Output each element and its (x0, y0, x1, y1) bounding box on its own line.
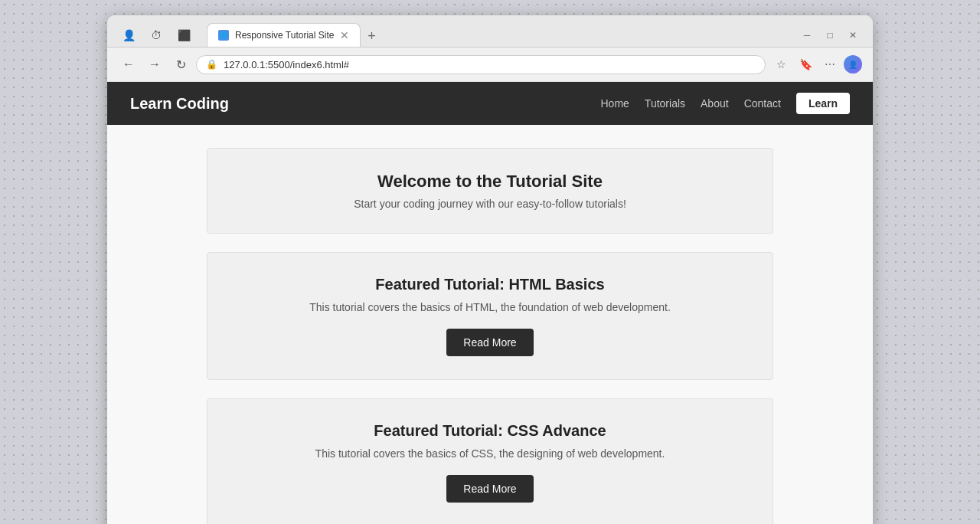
nav-learn-btn[interactable]: Learn (796, 93, 850, 114)
site-logo: Learn Coding (130, 95, 601, 113)
lock-icon: 🔒 (206, 59, 217, 70)
tutorial-title-html: Featured Tutorial: HTML Basics (223, 276, 757, 293)
read-more-css-btn[interactable]: Read More (446, 475, 533, 503)
close-btn[interactable]: ✕ (844, 26, 862, 44)
site-navbar: Learn Coding Home Tutorials About Contac… (107, 82, 873, 125)
maximize-btn[interactable]: □ (821, 26, 839, 44)
browser-titlebar: 👤 ⏱ ⬛ 🌐 Responsive Tutorial Site ✕ + ─ □… (107, 15, 873, 47)
tutorial-card-html: Featured Tutorial: HTML Basics This tuto… (207, 252, 773, 380)
more-btn[interactable]: ⋯ (819, 54, 841, 75)
address-bar[interactable]: 🔒 (196, 55, 766, 74)
tab-title: Responsive Tutorial Site (235, 30, 334, 41)
hero-card: Welcome to the Tutorial Site Start your … (207, 148, 773, 234)
forward-btn[interactable]: → (144, 54, 165, 75)
new-tab-btn[interactable]: + (361, 25, 382, 47)
read-more-html-btn[interactable]: Read More (446, 329, 533, 356)
url-input[interactable] (224, 59, 756, 70)
bookmark-btn[interactable]: 🔖 (795, 54, 816, 75)
history-icon-btn[interactable]: ⏱ (145, 25, 167, 46)
nav-links: Home Tutorials About Contact Learn (601, 93, 851, 114)
refresh-btn[interactable]: ↻ (170, 54, 191, 75)
nav-contact[interactable]: Contact (744, 97, 781, 110)
tab-close-btn[interactable]: ✕ (340, 29, 349, 41)
profile-avatar[interactable]: 👤 (844, 55, 862, 74)
window-controls: ─ □ ✕ (798, 26, 862, 44)
main-content: Welcome to the Tutorial Site Start your … (191, 125, 789, 524)
star-btn[interactable]: ☆ (770, 54, 792, 75)
tutorial-desc-css: This tutorial covers the basics of CSS, … (223, 447, 757, 460)
browser-window: 👤 ⏱ ⬛ 🌐 Responsive Tutorial Site ✕ + ─ □… (107, 15, 873, 524)
user-icon-btn[interactable]: 👤 (118, 25, 139, 46)
tutorial-title-css: Featured Tutorial: CSS Advance (223, 422, 757, 440)
nav-about[interactable]: About (701, 97, 729, 110)
tutorial-desc-html: This tutorial covers the basics of HTML,… (223, 301, 757, 313)
tabs-icon-btn[interactable]: ⬛ (173, 25, 194, 46)
hero-title: Welcome to the Tutorial Site (223, 172, 757, 192)
tab-favicon: 🌐 (218, 30, 229, 41)
hero-subtitle: Start your coding journey with our easy-… (223, 198, 757, 210)
browser-toolbar: ← → ↻ 🔒 ☆ 🔖 ⋯ 👤 (107, 47, 873, 82)
minimize-btn[interactable]: ─ (798, 26, 816, 44)
tutorial-card-css: Featured Tutorial: CSS Advance This tuto… (207, 398, 773, 524)
browser-controls: 👤 ⏱ ⬛ (118, 25, 194, 46)
nav-home[interactable]: Home (601, 97, 629, 110)
nav-tutorials[interactable]: Tutorials (645, 97, 685, 110)
tab-bar: 🌐 Responsive Tutorial Site ✕ + (207, 23, 790, 47)
page-content: Learn Coding Home Tutorials About Contac… (107, 82, 873, 524)
toolbar-right: ☆ 🔖 ⋯ 👤 (770, 54, 862, 75)
browser-tab[interactable]: 🌐 Responsive Tutorial Site ✕ (207, 23, 361, 47)
back-btn[interactable]: ← (118, 54, 139, 75)
